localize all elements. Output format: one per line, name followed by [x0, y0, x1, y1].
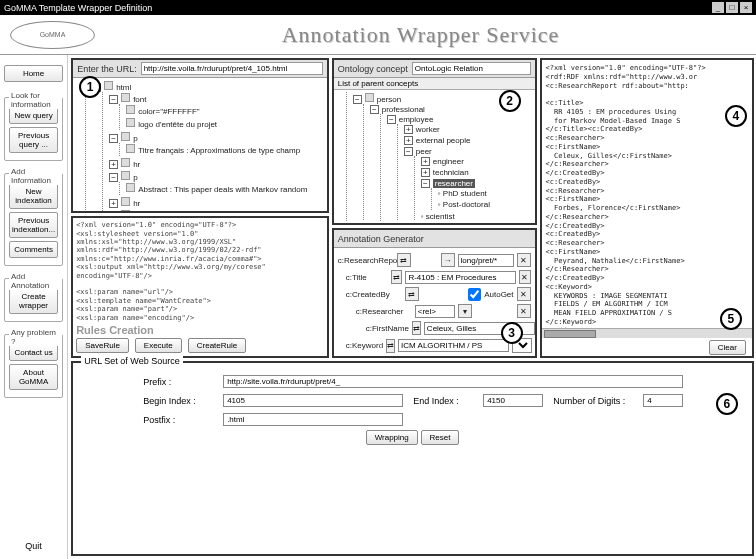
previous-indexation-button[interactable]: Previous indexation... — [9, 212, 58, 238]
tree-node[interactable]: technician — [433, 168, 469, 177]
title-input[interactable] — [405, 271, 516, 284]
url-set-title: URL Set of Web Source — [81, 356, 183, 366]
expand-icon[interactable]: − — [387, 115, 396, 124]
expand-icon[interactable]: − — [370, 105, 379, 114]
badge-6: 6 — [716, 393, 738, 415]
tree-node[interactable]: professional — [382, 105, 425, 114]
firstname-label: c:FirstName — [366, 324, 409, 333]
rules-panel: 4 <?xml version="1.0" encoding="UTF-8"?>… — [71, 216, 329, 358]
leaf-icon — [126, 118, 135, 127]
autoget-checkbox[interactable] — [468, 288, 481, 301]
sidebar-group-add-annotation: Add Annotation Create wrapper — [4, 278, 63, 322]
home-button[interactable]: Home — [4, 65, 63, 82]
url-label: Enter the URL: — [77, 64, 137, 74]
expand-icon[interactable]: + — [421, 168, 430, 177]
link-button[interactable]: ⇄ — [386, 339, 395, 353]
expand-icon[interactable]: + — [421, 157, 430, 166]
create-wrapper-button[interactable]: Create wrapper — [9, 288, 58, 314]
expand-icon[interactable]: − — [404, 147, 413, 156]
app-logo: GoMMA — [10, 21, 95, 49]
tree-leaf[interactable]: Post-doctoral — [443, 200, 490, 209]
sidebar-group-add-info: Add Information New indexation Previous … — [4, 173, 63, 266]
expand-icon[interactable]: − — [109, 173, 118, 182]
rules-title: Rules Creation — [76, 324, 324, 336]
h-scrollbar[interactable] — [334, 356, 535, 358]
execute-button[interactable]: Execute — [135, 338, 182, 353]
new-indexation-button[interactable]: New indexation — [9, 183, 58, 209]
del-button[interactable]: ✕ — [519, 270, 530, 284]
tree-node-selected[interactable]: researcher — [433, 179, 475, 188]
previous-query-button[interactable]: Previous query ... — [9, 127, 58, 153]
folder-icon — [121, 197, 130, 206]
link-button[interactable]: ⇄ — [391, 270, 402, 284]
sidebar-group-look: Look for information New query Previous … — [4, 97, 63, 161]
tree-node[interactable]: external people — [416, 136, 471, 145]
link-button[interactable]: ⇄ — [397, 253, 411, 267]
report-label: c:ResearchReport — [338, 256, 394, 265]
badge-1: 1 — [79, 76, 101, 98]
save-rule-button[interactable]: SaveRule — [76, 338, 129, 353]
clear-button[interactable]: Clear — [709, 340, 746, 355]
expand-icon[interactable]: − — [109, 134, 118, 143]
expand-icon[interactable]: + — [404, 136, 413, 145]
group-title: Add Annotation — [9, 272, 62, 290]
url-input[interactable] — [141, 62, 323, 75]
quit-button[interactable]: Quit — [4, 537, 63, 555]
end-index-input[interactable] — [483, 394, 543, 407]
folder-icon — [121, 132, 130, 141]
link-button[interactable]: ⇄ — [405, 287, 419, 301]
tree-leaf[interactable]: logo d'entête du projet — [138, 120, 217, 129]
report-input[interactable] — [458, 254, 514, 267]
ontology-input[interactable] — [412, 62, 531, 75]
window-max-button[interactable]: □ — [726, 2, 738, 13]
tree-leaf[interactable]: Titre français : Approximations de type … — [138, 146, 300, 155]
createdby-label: c:CreatedBy — [346, 290, 402, 299]
prefix-label: Prefix : — [143, 377, 213, 387]
rel-input[interactable] — [415, 305, 455, 318]
begin-index-input[interactable] — [223, 394, 403, 407]
dropdown-icon[interactable]: ▾ — [458, 304, 472, 318]
prefix-input[interactable] — [223, 375, 683, 388]
xsl-source: <?xml version="1.0" encoding="UTF-8"?> <… — [76, 221, 324, 322]
tree-node[interactable]: html — [116, 83, 131, 92]
tree-leaf[interactable]: PhD student — [443, 189, 487, 198]
anno-gen-title: Annotation Generator — [338, 234, 424, 244]
comments-button[interactable]: Comments — [9, 241, 58, 258]
expand-icon[interactable]: + — [109, 199, 118, 208]
tree-leaf[interactable]: color="#FFFFFF" — [138, 107, 199, 116]
del-button[interactable]: ✕ — [517, 253, 531, 267]
group-title: Any problem ? — [9, 328, 62, 346]
link-button[interactable]: ⇄ — [412, 321, 421, 335]
contact-us-button[interactable]: Contact us — [9, 344, 58, 361]
reset-button[interactable]: Reset — [421, 430, 460, 445]
group-title: Add Information — [9, 167, 62, 185]
expand-icon[interactable]: + — [404, 125, 413, 134]
tree-node[interactable]: engineer — [433, 157, 464, 166]
postfix-input[interactable] — [223, 413, 403, 426]
tree-leaf[interactable]: scientist — [426, 212, 455, 221]
wrapping-button[interactable]: Wrapping — [366, 430, 418, 445]
h-scrollbar[interactable] — [542, 328, 752, 338]
about-button[interactable]: About GoMMA — [9, 364, 58, 390]
create-rule-button[interactable]: CreateRule — [188, 338, 246, 353]
tree-node[interactable]: worker — [416, 125, 440, 134]
expand-icon[interactable]: − — [353, 95, 362, 104]
digits-input[interactable] — [643, 394, 683, 407]
del-button[interactable]: ✕ — [517, 304, 531, 318]
expand-icon[interactable]: − — [109, 95, 118, 104]
expand-icon[interactable]: + — [109, 160, 118, 169]
del-button[interactable]: ✕ — [517, 287, 531, 301]
expand-icon[interactable]: − — [421, 179, 430, 188]
window-close-button[interactable]: × — [740, 2, 752, 13]
window-min-button[interactable]: _ — [712, 2, 724, 13]
tree-node[interactable]: peer — [416, 147, 432, 156]
tree-node[interactable]: person — [377, 95, 401, 104]
arrow-button[interactable]: → — [441, 253, 455, 267]
html-tree[interactable]: −html −font color="#FFFFFF" logo d'entêt… — [73, 78, 327, 211]
tree-leaf[interactable]: Abstract : This paper deals with Markov … — [138, 185, 307, 194]
new-query-button[interactable]: New query — [9, 107, 58, 124]
keyword-input[interactable] — [398, 339, 509, 352]
tree-node[interactable]: employee — [399, 115, 434, 124]
leaf-icon — [126, 105, 135, 114]
workspace: 1 Enter the URL: −html −font color="# — [68, 55, 756, 559]
